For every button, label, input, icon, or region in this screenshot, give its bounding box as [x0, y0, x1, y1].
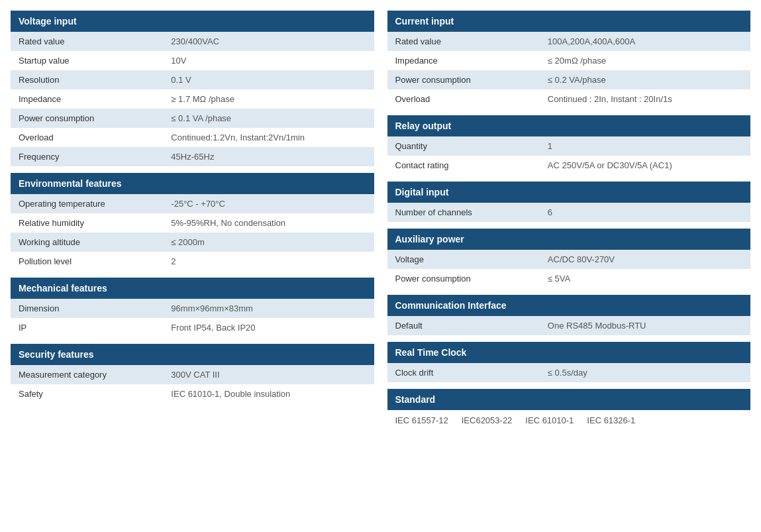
- table-row: Rated value230/400VAC: [11, 32, 374, 51]
- left-column: Voltage inputRated value230/400VACStartu…: [11, 11, 374, 431]
- spec-value: 2: [163, 252, 374, 271]
- table-row: Operating temperature-25°C - +70°C: [11, 194, 374, 213]
- spec-label: Overload: [387, 89, 540, 109]
- table-row: Resolution0.1 V: [11, 70, 374, 89]
- section-auxiliary-power: Auxiliary powerVoltageAC/DC 80V-270VPowe…: [387, 229, 751, 288]
- spec-value: 0.1 V: [163, 70, 374, 89]
- spec-label: Overload: [11, 128, 163, 147]
- spec-value: 10V: [163, 51, 374, 70]
- spec-label: Resolution: [11, 70, 163, 89]
- spec-value: ≥ 1.7 MΩ /phase: [163, 89, 374, 109]
- spec-label: Startup value: [11, 51, 163, 70]
- spec-label: IP: [11, 318, 163, 337]
- section-security-features: Security featuresMeasurement category300…: [11, 344, 374, 403]
- spec-value: 5%-95%RH, No condensation: [163, 213, 374, 233]
- spec-label: Impedance: [11, 89, 163, 109]
- spec-table-environmental-features: Operating temperature-25°C - +70°CRelati…: [11, 194, 374, 271]
- section-current-input: Current inputRated value100A,200A,400A,6…: [387, 11, 751, 109]
- spec-label: Power consumption: [11, 109, 163, 128]
- standard-item: IEC62053-22: [462, 415, 513, 425]
- table-row: Power consumption≤ 0.2 VA/phase: [387, 70, 751, 89]
- table-row: DefaultOne RS485 Modbus-RTU: [387, 316, 751, 335]
- table-row: SafetyIEC 61010-1, Double insulation: [11, 384, 374, 403]
- spec-label: Contact rating: [387, 156, 540, 175]
- spec-label: Pollution level: [11, 252, 163, 271]
- spec-value: 230/400VAC: [163, 32, 374, 51]
- section-header-digital-input: Digital input: [387, 182, 751, 203]
- spec-label: Default: [387, 316, 540, 335]
- section-header-standard: Standard: [387, 389, 751, 410]
- table-row: OverloadContinued:1.2Vn, Instant:2Vn/1mi…: [11, 128, 374, 147]
- table-row: Quantity1: [387, 136, 751, 156]
- spec-label: Relative humidity: [11, 213, 163, 233]
- section-header-environmental-features: Environmental features: [11, 173, 374, 194]
- spec-value: 1: [540, 136, 750, 156]
- section-communication-interface: Communication InterfaceDefaultOne RS485 …: [387, 295, 751, 335]
- table-row: Impedance≤ 20mΩ /phase: [387, 51, 751, 70]
- section-header-communication-interface: Communication Interface: [387, 295, 751, 316]
- table-row: VoltageAC/DC 80V-270V: [387, 250, 751, 269]
- spec-value: ≤ 0.2 VA/phase: [540, 70, 750, 89]
- section-standard: StandardIEC 61557-12IEC62053-22IEC 61010…: [387, 389, 751, 431]
- table-row: Power consumption≤ 0.1 VA /phase: [11, 109, 374, 128]
- section-relay-output: Relay outputQuantity1Contact ratingAC 25…: [387, 115, 751, 175]
- table-row: Power consumption≤ 5VA: [387, 269, 751, 288]
- spec-label: Number of channels: [387, 203, 540, 222]
- spec-table-mechanical-features: Dimension96mm×96mm×83mmIPFront IP54, Bac…: [11, 299, 374, 337]
- spec-value: 96mm×96mm×83mm: [163, 299, 374, 318]
- spec-label: Dimension: [11, 299, 163, 318]
- table-row: Pollution level2: [11, 252, 374, 271]
- spec-table-security-features: Measurement category300V CAT IIISafetyIE…: [11, 365, 374, 403]
- spec-table-relay-output: Quantity1Contact ratingAC 250V/5A or DC3…: [387, 136, 751, 175]
- table-row: IPFront IP54, Back IP20: [11, 318, 374, 337]
- spec-table-digital-input: Number of channels6: [387, 203, 751, 222]
- section-header-relay-output: Relay output: [387, 115, 751, 136]
- spec-label: Operating temperature: [11, 194, 163, 213]
- spec-value: 45Hz-65Hz: [163, 147, 374, 166]
- right-column: Current inputRated value100A,200A,400A,6…: [387, 11, 751, 431]
- spec-table-current-input: Rated value100A,200A,400A,600AImpedance≤…: [387, 32, 751, 109]
- section-header-voltage-input: Voltage input: [11, 11, 374, 32]
- spec-value: 300V CAT III: [163, 365, 374, 384]
- spec-label: Clock drift: [387, 363, 540, 382]
- section-header-security-features: Security features: [11, 344, 374, 365]
- spec-table-voltage-input: Rated value230/400VACStartup value10VRes…: [11, 32, 374, 166]
- table-row: Startup value10V: [11, 51, 374, 70]
- standard-item: IEC 61010-1: [525, 415, 574, 425]
- table-row: Relative humidity5%-95%RH, No condensati…: [11, 213, 374, 233]
- spec-label: Voltage: [387, 250, 540, 269]
- spec-label: Quantity: [387, 136, 540, 156]
- table-row: Contact ratingAC 250V/5A or DC30V/5A (AC…: [387, 156, 751, 175]
- section-header-real-time-clock: Real Time Clock: [387, 342, 751, 363]
- spec-value: ≤ 0.1 VA /phase: [163, 109, 374, 128]
- table-row: OverloadContinued : 2In, Instant : 20In/…: [387, 89, 751, 109]
- spec-value: Continued:1.2Vn, Instant:2Vn/1min: [163, 128, 374, 147]
- table-row: Impedance≥ 1.7 MΩ /phase: [11, 89, 374, 109]
- main-container: Voltage inputRated value230/400VACStartu…: [11, 11, 750, 431]
- table-row: Rated value100A,200A,400A,600A: [387, 32, 751, 51]
- spec-value: Continued : 2In, Instant : 20In/1s: [540, 89, 750, 109]
- spec-value: Front IP54, Back IP20: [163, 318, 374, 337]
- spec-value: ≤ 2000m: [163, 233, 374, 252]
- spec-label: Frequency: [11, 147, 163, 166]
- spec-label: Measurement category: [11, 365, 163, 384]
- spec-label: Rated value: [387, 32, 540, 51]
- table-row: Frequency45Hz-65Hz: [11, 147, 374, 166]
- table-row: Measurement category300V CAT III: [11, 365, 374, 384]
- spec-value: 100A,200A,400A,600A: [540, 32, 750, 51]
- section-digital-input: Digital inputNumber of channels6: [387, 182, 751, 222]
- spec-value: ≤ 20mΩ /phase: [540, 51, 750, 70]
- section-real-time-clock: Real Time ClockClock drift≤ 0.5s/day: [387, 342, 751, 382]
- spec-label: Safety: [11, 384, 163, 403]
- section-header-mechanical-features: Mechanical features: [11, 278, 374, 299]
- spec-label: Power consumption: [387, 70, 540, 89]
- standards-row: IEC 61557-12IEC62053-22IEC 61010-1IEC 61…: [387, 410, 751, 431]
- table-row: Number of channels6: [387, 203, 751, 222]
- spec-value: ≤ 0.5s/day: [540, 363, 750, 382]
- spec-label: Working altitude: [11, 233, 163, 252]
- standard-item: IEC 61557-12: [395, 415, 448, 425]
- spec-label: Rated value: [11, 32, 163, 51]
- spec-value: ≤ 5VA: [540, 269, 750, 288]
- spec-value: IEC 61010-1, Double insulation: [163, 384, 374, 403]
- spec-label: Power consumption: [387, 269, 540, 288]
